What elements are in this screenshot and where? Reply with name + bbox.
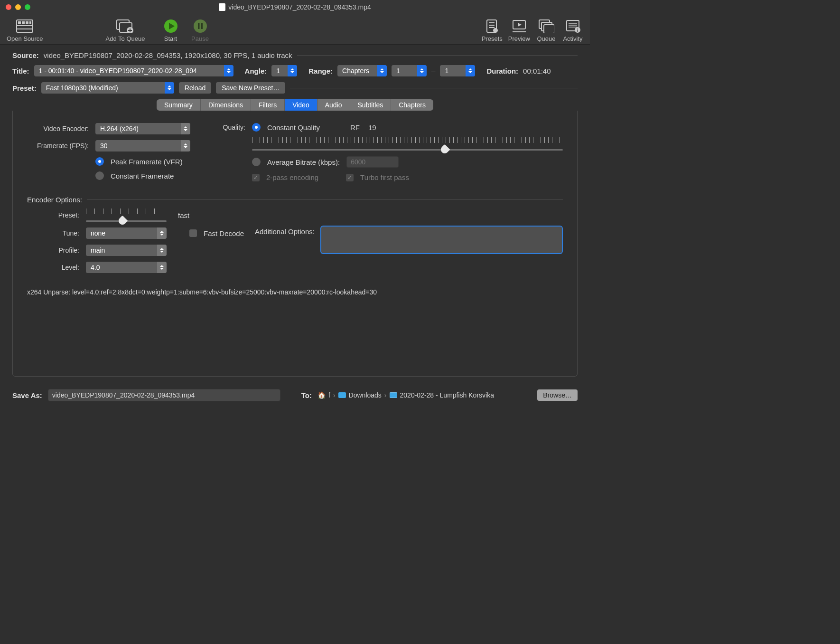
average-bitrate-radio[interactable] <box>252 158 261 166</box>
chevron-updown-icon <box>417 65 427 76</box>
tab-chapters[interactable]: Chapters <box>391 99 433 111</box>
constant-quality-radio[interactable] <box>252 123 261 132</box>
home-icon: 🏠 <box>317 391 326 399</box>
tab-video[interactable]: Video <box>285 99 317 111</box>
title-label: Title: <box>12 67 29 75</box>
quality-slider[interactable] <box>252 137 563 151</box>
range-separator: – <box>431 67 435 75</box>
images-plus-icon <box>115 18 136 34</box>
to-label: To: <box>301 391 312 399</box>
angle-value: 1 <box>271 67 288 75</box>
fast-decode-checkbox[interactable] <box>189 229 197 237</box>
peak-framerate-radio[interactable] <box>95 157 104 166</box>
breadcrumb-folder: 2020-02-28 - Lumpfish Korsvika <box>400 391 494 399</box>
title-bar: video_BYEDP190807_2020-02-28_094353.mp4 <box>0 0 590 14</box>
fps-value: 30 <box>95 142 181 150</box>
range-type-select[interactable]: Chapters <box>337 65 387 76</box>
tab-strip: Summary Dimensions Filters Video Audio S… <box>157 99 433 111</box>
preset-select[interactable]: Fast 1080p30 (Modified) <box>41 82 174 94</box>
two-pass-checkbox <box>252 174 260 181</box>
duration-value: 00:01:40 <box>523 67 551 75</box>
chevron-right-icon: › <box>333 391 336 399</box>
range-to-select[interactable]: 1 <box>440 65 475 76</box>
window-title: video_BYEDP190807_2020-02-28_094353.mp4 <box>0 3 590 11</box>
preset-label: Preset: <box>12 84 37 92</box>
preset-value: Fast 1080p30 (Modified) <box>41 84 165 92</box>
queue-label: Queue <box>537 35 555 42</box>
range-from-select[interactable]: 1 <box>392 65 427 76</box>
presets-button[interactable]: Presets <box>479 18 505 42</box>
destination-breadcrumb[interactable]: 🏠 f › Downloads › 2020-02-28 - Lumpfish … <box>317 391 494 399</box>
activity-label: Activity <box>563 35 582 42</box>
tab-filters[interactable]: Filters <box>251 99 285 111</box>
window-title-text: video_BYEDP190807_2020-02-28_094353.mp4 <box>228 3 371 11</box>
unparse-text: x264 Unparse: level=4.0:ref=2:8x8dct=0:w… <box>27 288 563 296</box>
chevron-updown-icon <box>224 65 233 76</box>
chevron-updown-icon <box>157 245 167 256</box>
tune-select[interactable]: none <box>86 227 167 239</box>
range-to-value: 1 <box>440 67 466 75</box>
level-select[interactable]: 4.0 <box>86 262 167 273</box>
tab-summary[interactable]: Summary <box>157 99 201 111</box>
title-select[interactable]: 1 - 00:01:40 - video_BYEDP190807_2020-02… <box>34 65 233 76</box>
chevron-updown-icon <box>165 82 174 94</box>
additional-options-label: Additional Options: <box>255 226 315 236</box>
queue-button[interactable]: Queue <box>533 18 560 42</box>
svg-point-18 <box>493 28 498 33</box>
fps-label: Framerate (FPS): <box>27 142 89 150</box>
level-label: Level: <box>27 264 79 271</box>
tab-dimensions[interactable]: Dimensions <box>201 99 251 111</box>
presets-icon <box>482 18 503 34</box>
save-new-preset-button[interactable]: Save New Preset… <box>216 82 285 94</box>
enc-preset-slider[interactable] <box>86 208 167 222</box>
folder-icon <box>390 392 397 398</box>
presets-label: Presets <box>482 35 503 42</box>
profile-label: Profile: <box>27 246 79 254</box>
svg-rect-3 <box>26 21 28 24</box>
fps-select[interactable]: 30 <box>95 140 190 152</box>
tune-label: Tune: <box>27 229 79 237</box>
tab-subtitles[interactable]: Subtitles <box>350 99 392 111</box>
pause-button: Pause <box>187 18 214 42</box>
profile-value: main <box>86 246 157 254</box>
maximize-window-button[interactable] <box>25 4 30 10</box>
activity-button[interactable]: i Activity <box>560 18 586 42</box>
quality-label: Quality: <box>212 123 245 131</box>
tab-audio[interactable]: Audio <box>317 99 350 111</box>
svg-rect-23 <box>544 25 554 33</box>
angle-label: Angle: <box>245 67 267 75</box>
start-button[interactable]: Start <box>158 18 184 42</box>
angle-select[interactable]: 1 <box>271 65 297 76</box>
browse-button[interactable]: Browse… <box>537 389 578 401</box>
source-value: video_BYEDP190807_2020-02-28_094353, 192… <box>44 51 292 59</box>
save-as-input[interactable] <box>48 389 280 401</box>
add-to-queue-button[interactable]: Add To Queue <box>103 18 148 42</box>
open-source-button[interactable]: Open Source <box>4 18 46 42</box>
preview-button[interactable]: Preview <box>505 18 533 42</box>
encoder-value: H.264 (x264) <box>95 125 181 133</box>
close-window-button[interactable] <box>6 4 11 10</box>
svg-rect-13 <box>201 23 203 29</box>
additional-options-input[interactable] <box>320 226 563 254</box>
reload-button[interactable]: Reload <box>179 82 211 94</box>
constant-framerate-label: Constant Framerate <box>111 172 174 180</box>
chevron-right-icon: › <box>384 391 387 399</box>
fast-decode-label: Fast Decode <box>204 229 244 237</box>
constant-framerate-radio[interactable] <box>95 171 104 180</box>
stack-icon <box>536 18 557 34</box>
encoder-select[interactable]: H.264 (x264) <box>95 123 190 134</box>
activity-icon: i <box>562 18 583 34</box>
title-select-value: 1 - 00:01:40 - video_BYEDP190807_2020-02… <box>34 67 224 75</box>
rf-value: 19 <box>368 123 376 132</box>
document-icon <box>219 3 225 11</box>
level-value: 4.0 <box>86 264 157 271</box>
pause-label: Pause <box>191 35 209 42</box>
svg-rect-1 <box>18 21 21 24</box>
profile-select[interactable]: main <box>86 245 167 256</box>
turbo-first-pass-checkbox <box>346 174 354 181</box>
source-label: Source: <box>12 51 39 59</box>
svg-rect-2 <box>22 21 25 24</box>
minimize-window-button[interactable] <box>15 4 21 10</box>
range-type-value: Chapters <box>337 67 377 75</box>
play-icon <box>160 18 181 34</box>
